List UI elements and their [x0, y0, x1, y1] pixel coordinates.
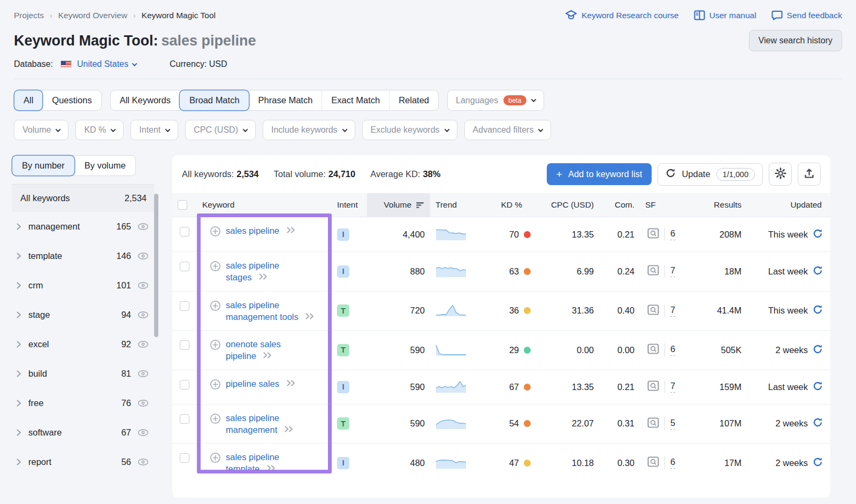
- table-settings-button[interactable]: [769, 163, 792, 186]
- serp-features-icon[interactable]: [647, 417, 659, 430]
- sidebar-item-software[interactable]: software67: [12, 418, 154, 447]
- keyword-link[interactable]: sales pipeline stages: [226, 259, 316, 284]
- column-header-com-[interactable]: Com.: [599, 193, 640, 217]
- column-header-keyword[interactable]: Keyword: [197, 193, 332, 217]
- sidebar-item-all-keywords[interactable]: All keywords 2,534: [12, 185, 154, 212]
- filter-intent[interactable]: Intent: [131, 120, 178, 140]
- header-link[interactable]: Send feedback: [771, 10, 842, 20]
- add-keyword-icon[interactable]: [210, 413, 221, 426]
- keyword-cell: sales pipeline management: [197, 404, 332, 444]
- view-search-history-button[interactable]: View search history: [749, 30, 842, 51]
- serp-features-count[interactable]: 5: [670, 418, 675, 430]
- column-header-results[interactable]: Results: [692, 193, 747, 217]
- sidebar-item-template[interactable]: template146: [12, 241, 154, 271]
- keyword-link[interactable]: pipeline sales: [226, 378, 296, 390]
- sidebar-item-excel[interactable]: excel92: [12, 330, 154, 359]
- row-checkbox[interactable]: [180, 340, 189, 350]
- serp-features-icon[interactable]: [647, 380, 659, 393]
- refresh-icon[interactable]: [813, 228, 823, 241]
- sidebar-item-management[interactable]: management165: [12, 212, 154, 241]
- filter-kd-[interactable]: KD %: [75, 120, 124, 140]
- keyword-link[interactable]: sales pipeline management tools: [226, 299, 316, 323]
- column-header-kd-[interactable]: KD %: [485, 193, 536, 217]
- add-keyword-icon[interactable]: [210, 300, 221, 314]
- refresh-icon[interactable]: [813, 417, 823, 430]
- serp-features-icon[interactable]: [647, 304, 659, 317]
- tab-related[interactable]: Related: [389, 90, 438, 110]
- filter-volume[interactable]: Volume: [14, 120, 68, 140]
- chevron-right-icon: [16, 252, 22, 260]
- serp-features-icon[interactable]: [647, 228, 659, 241]
- serp-features-count[interactable]: 6: [670, 457, 675, 469]
- eye-icon: [137, 281, 149, 289]
- sidebar-item-crm[interactable]: crm101: [12, 271, 154, 300]
- database-selector[interactable]: United States: [77, 59, 136, 69]
- filter-cpc-usd-[interactable]: CPC (USD): [185, 120, 256, 140]
- header-link[interactable]: Keyword Research course: [565, 10, 679, 21]
- column-header-updated[interactable]: Updated: [747, 193, 830, 217]
- row-checkbox[interactable]: [180, 227, 189, 236]
- sidebar-scrollbar[interactable]: [154, 194, 158, 337]
- kd-cell: 63: [485, 252, 536, 291]
- serp-features-count[interactable]: 6: [670, 228, 675, 240]
- serp-features-icon[interactable]: [647, 343, 659, 356]
- column-header-cpc-usd-[interactable]: CPC (USD): [536, 193, 599, 217]
- refresh-icon[interactable]: [813, 457, 823, 469]
- row-checkbox[interactable]: [180, 262, 189, 271]
- row-checkbox[interactable]: [180, 380, 189, 390]
- header-link[interactable]: User manual: [694, 10, 756, 20]
- row-checkbox[interactable]: [180, 453, 189, 463]
- tab-broad-match[interactable]: Broad Match: [180, 90, 249, 110]
- column-header-sf[interactable]: SF: [640, 193, 692, 217]
- column-header-intent[interactable]: Intent: [332, 193, 367, 217]
- filter-advanced-filters[interactable]: Advanced filters: [464, 120, 552, 140]
- sidebar-item-stage[interactable]: stage94: [12, 300, 154, 330]
- serp-features-cell: 5: [640, 404, 692, 444]
- keyword-link[interactable]: sales pipeline template: [226, 451, 316, 475]
- column-header-volume[interactable]: Volume: [367, 193, 430, 217]
- keyword-link[interactable]: onenote sales pipeline: [226, 338, 316, 362]
- trend-cell: [430, 404, 485, 444]
- add-to-keyword-list-button[interactable]: + Add to keyword list: [547, 163, 652, 185]
- serp-features-count[interactable]: 7: [670, 305, 675, 317]
- add-keyword-icon[interactable]: [210, 261, 221, 274]
- serp-features-icon[interactable]: [647, 265, 659, 278]
- add-keyword-icon[interactable]: [210, 452, 221, 465]
- filter-include-keywords[interactable]: Include keywords: [263, 120, 355, 140]
- sidebar-item-build[interactable]: build81: [12, 359, 154, 388]
- breadcrumb-item[interactable]: Keyword Overview: [58, 11, 127, 20]
- tab-questions[interactable]: Questions: [42, 90, 101, 110]
- tab-exact-match[interactable]: Exact Match: [322, 90, 389, 110]
- refresh-icon[interactable]: [813, 381, 823, 393]
- serp-features-icon[interactable]: [647, 456, 659, 469]
- keyword-link[interactable]: sales pipeline: [226, 225, 296, 236]
- sidebar-toggle-by-volume[interactable]: By volume: [74, 156, 135, 175]
- column-header-trend[interactable]: Trend: [430, 193, 485, 217]
- breadcrumb-item[interactable]: Projects: [14, 11, 44, 20]
- sidebar-item-free[interactable]: free76: [12, 388, 154, 418]
- add-keyword-icon[interactable]: [210, 226, 221, 239]
- row-checkbox[interactable]: [180, 414, 189, 424]
- refresh-icon[interactable]: [813, 344, 823, 356]
- row-checkbox[interactable]: [180, 301, 189, 311]
- tab-all-keywords[interactable]: All Keywords: [111, 90, 180, 110]
- filter-exclude-keywords[interactable]: Exclude keywords: [362, 120, 457, 140]
- refresh-icon[interactable]: [813, 304, 823, 317]
- tab-phrase-match[interactable]: Phrase Match: [249, 90, 322, 110]
- keyword-link[interactable]: sales pipeline management: [226, 412, 316, 436]
- add-keyword-icon[interactable]: [210, 339, 221, 353]
- languages-dropdown[interactable]: Languages beta: [447, 90, 544, 111]
- serp-features-count[interactable]: 7: [670, 381, 675, 393]
- export-button[interactable]: [798, 163, 821, 186]
- breadcrumb-item[interactable]: Keyword Magic Tool: [142, 11, 216, 20]
- sidebar-item-report[interactable]: report56: [12, 447, 154, 477]
- add-keyword-icon[interactable]: [210, 379, 221, 392]
- tab-all[interactable]: All: [14, 90, 42, 110]
- select-all-checkbox[interactable]: [178, 200, 187, 210]
- update-button[interactable]: Update 1/1,000: [658, 163, 763, 186]
- serp-features-count[interactable]: 7: [670, 265, 675, 277]
- chevron-right-icon: [16, 370, 22, 378]
- refresh-icon[interactable]: [813, 265, 823, 278]
- sidebar-toggle-by-number[interactable]: By number: [12, 156, 74, 175]
- serp-features-count[interactable]: 6: [670, 344, 675, 356]
